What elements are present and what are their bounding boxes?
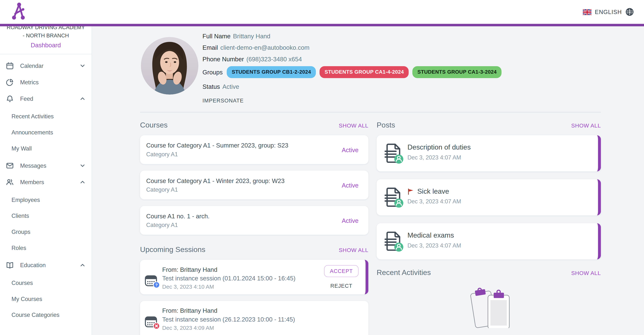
autobooko-logo-icon[interactable] — [12, 2, 25, 22]
chevron-down-icon — [79, 63, 86, 69]
sidebar-item-recent-activities[interactable]: Recent Activities — [0, 108, 92, 124]
profile-section: Full Name Brittany Hand Email client-dem… — [140, 32, 601, 104]
sidebar-item-label: Metrics — [20, 79, 86, 85]
sidebar-item-my-wall[interactable]: My Wall — [0, 140, 92, 156]
sidebar-item-messages[interactable]: Messages — [0, 157, 92, 174]
post-card[interactable]: Medical exams Dec 3, 2023 4:07 AM — [376, 223, 601, 259]
course-card-text: Course for Category A1 - Winter 2023, gr… — [146, 176, 285, 193]
course-category: Category A1 — [146, 221, 210, 229]
question-badge-glyph: ? — [155, 283, 158, 287]
posts-title: Posts — [376, 121, 395, 130]
members-submenu: Employees Clients Groups Roles — [0, 192, 92, 256]
group-pill[interactable]: STUDENTS GROUP CB1-2-2024 — [227, 66, 316, 78]
language-label: ENGLISH — [595, 9, 622, 15]
uk-flag-icon — [583, 9, 592, 15]
education-submenu: Courses My Courses Course Categories — [0, 275, 92, 323]
email-label: Email — [202, 43, 218, 52]
sidebar-item-label: Messages — [20, 162, 80, 169]
sidebar: ROADWAY DRIVING ACADEMY - NORTH BRANCH D… — [0, 26, 92, 335]
app-window: ENGLISH ROADWAY DRIVING ACADEMY - NORTH … — [0, 0, 644, 335]
posts-show-all-link[interactable]: SHOW ALL — [571, 122, 601, 129]
profile-info: Full Name Brittany Hand Email client-dem… — [202, 32, 505, 104]
sidebar-item-roles[interactable]: Roles — [0, 240, 92, 256]
status-value: Active — [222, 82, 239, 91]
sidebar-item-calendar[interactable]: Calendar — [0, 58, 92, 74]
avatar — [141, 37, 198, 95]
group-pill[interactable]: STUDENTS GROUP CA1-3-2024 — [412, 66, 502, 78]
post-timestamp: Dec 3, 2023 4:07 AM — [407, 241, 590, 250]
education-submenu-wrapper: Courses My Courses Course Categories — [0, 275, 92, 323]
sidebar-item-my-courses[interactable]: My Courses — [0, 291, 92, 307]
calendar-icon — [6, 62, 14, 70]
sidebar-item-courses[interactable]: Courses — [0, 275, 92, 291]
accept-button[interactable]: ACCEPT — [324, 265, 358, 277]
course-card[interactable]: Course for Category A1 - Winter 2023, gr… — [140, 171, 368, 199]
session-card[interactable]: ? From: Brittany Hand Test instance sess… — [140, 260, 368, 294]
sidebar-item-label: Calendar — [20, 63, 80, 69]
sidebar-item-groups[interactable]: Groups — [0, 224, 92, 240]
sidebar-item-course-categories[interactable]: Course Categories — [0, 306, 92, 323]
sidebar-item-members[interactable]: Members — [0, 174, 92, 190]
pie-chart-icon — [6, 78, 14, 86]
post-title-row: Sick leave — [407, 187, 590, 196]
post-card[interactable]: Sick leave Dec 3, 2023 4:07 AM — [376, 179, 601, 216]
course-card[interactable]: Course for Category A1 - Summer 2023, gr… — [140, 135, 368, 164]
post-card[interactable]: Description of duties Dec 3, 2023 4:07 A… — [376, 135, 601, 171]
sidebar-item-feed[interactable]: Feed — [0, 91, 92, 107]
right-column: Posts SHOW ALL — [376, 121, 601, 335]
session-cancelled-calendar-icon — [144, 315, 160, 329]
course-card[interactable]: Course A1 no. 1 - arch. Category A1 Acti… — [140, 206, 368, 235]
sidebar-item-label: Members — [20, 179, 80, 185]
chevron-up-icon — [79, 95, 86, 102]
post-timestamp: Dec 3, 2023 4:07 AM — [407, 153, 590, 162]
course-title: Course for Category A1 - Winter 2023, gr… — [146, 176, 285, 185]
posts-header: Posts SHOW ALL — [376, 121, 601, 130]
session-from: From: Brittany Hand — [162, 265, 316, 274]
sessions-show-all-link[interactable]: SHOW ALL — [339, 247, 368, 253]
globe-icon — [625, 8, 634, 17]
chevron-up-icon — [79, 262, 86, 268]
language-selector[interactable]: ENGLISH — [583, 8, 634, 17]
full-name-label: Full Name — [202, 32, 230, 40]
chevron-up-icon — [79, 179, 86, 185]
course-card-text: Course for Category A1 - Summer 2023, gr… — [146, 141, 288, 158]
sidebar-item-announcements[interactable]: Announcements — [0, 124, 92, 140]
session-card[interactable]: From: Brittany Hand Test instance sessio… — [140, 301, 368, 335]
courses-show-all-link[interactable]: SHOW ALL — [339, 122, 368, 129]
left-column: Courses SHOW ALL Course for Category A1 … — [140, 121, 368, 335]
group-pill[interactable]: STUDENTS GROUP CA1-4-2024 — [320, 66, 409, 78]
full-name-row: Full Name Brittany Hand — [202, 32, 505, 40]
sidebar-item-metrics[interactable]: Metrics — [0, 74, 92, 91]
sidebar-item-education[interactable]: Education — [0, 257, 92, 273]
post-title: Description of duties — [407, 143, 471, 153]
course-status: Active — [342, 217, 358, 224]
feed-submenu-wrapper: Recent Activities Announcements My Wall — [0, 108, 92, 156]
dashboard-link[interactable]: Dashboard — [0, 42, 92, 49]
red-flag-icon — [407, 188, 414, 195]
reject-button[interactable]: REJECT — [328, 282, 355, 289]
course-card-text: Course A1 no. 1 - arch. Category A1 — [146, 212, 210, 229]
mail-icon — [6, 162, 14, 170]
phone-label: Phone Number — [202, 55, 244, 63]
top-header: ENGLISH — [0, 0, 644, 24]
content-columns: Courses SHOW ALL Course for Category A1 … — [140, 121, 601, 335]
book-icon — [6, 261, 14, 269]
post-title-row: Description of duties — [407, 143, 590, 153]
main-content: Full Name Brittany Hand Email client-dem… — [92, 26, 644, 335]
impersonate-button[interactable]: IMPERSONATE — [202, 97, 244, 104]
profile-content-divider — [140, 112, 601, 113]
document-icon — [383, 186, 405, 208]
sidebar-menu: Calendar Metrics — [0, 58, 92, 323]
phone-row: Phone Number (698)323-3480 x654 — [202, 55, 505, 63]
empty-state-clipboards-illustration — [376, 286, 601, 328]
sidebar-item-clients[interactable]: Clients — [0, 207, 92, 224]
sidebar-item-employees[interactable]: Employees — [0, 192, 92, 208]
session-actions: ACCEPT REJECT — [324, 265, 358, 289]
recent-activities-show-all-link[interactable]: SHOW ALL — [571, 270, 601, 276]
academy-name-line1: ROADWAY DRIVING ACADEMY — [0, 26, 92, 32]
sessions-header: Upcoming Sessions SHOW ALL — [140, 245, 368, 254]
people-icon — [6, 178, 14, 186]
courses-header: Courses SHOW ALL — [140, 121, 368, 130]
sidebar-item-label: Feed — [20, 95, 80, 102]
course-status: Active — [342, 146, 358, 153]
